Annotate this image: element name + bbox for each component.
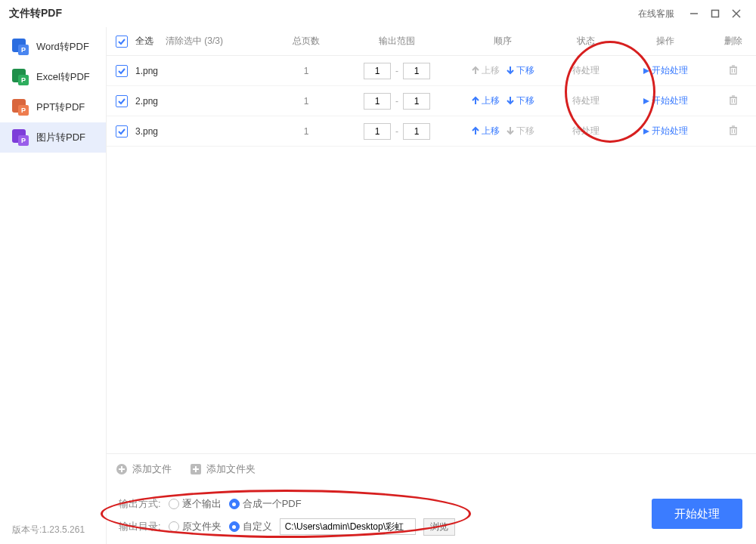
range-dash: - <box>395 126 398 137</box>
delete-row-button[interactable] <box>711 64 756 77</box>
add-toolbar: 添加文件 添加文件夹 <box>107 453 756 484</box>
move-up-button[interactable]: 上移 <box>471 125 500 138</box>
play-icon <box>643 128 650 135</box>
col-action: 操作 <box>620 35 711 48</box>
plus-square-icon <box>190 463 202 475</box>
svg-marker-6 <box>643 68 649 74</box>
sidebar-item-label: Excel转PDF <box>36 70 90 84</box>
order-group: 上移下移 <box>454 64 552 78</box>
col-range: 输出范围 <box>340 35 454 48</box>
range-to-input[interactable] <box>403 63 430 79</box>
delete-row-button[interactable] <box>711 125 756 138</box>
move-up-button[interactable]: 上移 <box>471 94 500 107</box>
file-list: 1.png1-上移下移待处理开始处理2.png1-上移下移待处理开始处理3.pn… <box>107 56 756 453</box>
online-support-link[interactable]: 在线客服 <box>638 8 674 20</box>
output-dir-label: 输出目录: <box>119 520 161 533</box>
clear-selected-button[interactable]: 清除选中 (3/3) <box>166 35 223 48</box>
svg-marker-22 <box>643 128 649 134</box>
output-mode-label: 输出方式: <box>119 497 161 511</box>
file-name: 1.png <box>135 66 272 76</box>
maximize-button[interactable] <box>705 3 726 24</box>
move-down-button: 下移 <box>506 125 534 138</box>
row-checkbox[interactable] <box>116 125 128 138</box>
select-all-checkbox[interactable] <box>116 36 128 48</box>
range-dash: - <box>395 66 398 76</box>
close-button[interactable] <box>726 3 747 24</box>
start-processing-button[interactable]: 开始处理 <box>652 499 742 529</box>
page-count: 1 <box>272 126 340 137</box>
col-delete: 删除 <box>711 35 756 48</box>
word-icon: P <box>12 39 29 55</box>
order-group: 上移下移 <box>454 94 552 108</box>
page-count: 1 <box>272 96 340 107</box>
range-dash: - <box>395 96 398 107</box>
radio-merge-output[interactable]: 合成一个PDF <box>229 497 302 511</box>
add-file-button[interactable]: 添加文件 <box>116 462 172 476</box>
start-item-button[interactable]: 开始处理 <box>620 94 711 107</box>
range-to-input[interactable] <box>403 93 430 110</box>
add-folder-button[interactable]: 添加文件夹 <box>190 462 256 476</box>
move-down-button[interactable]: 下移 <box>506 94 534 107</box>
row-status: 待处理 <box>552 94 620 107</box>
ppt-icon: P <box>12 99 29 116</box>
range-from-input[interactable] <box>364 93 391 110</box>
trash-icon <box>728 94 739 105</box>
play-icon <box>643 67 650 75</box>
start-item-button[interactable]: 开始处理 <box>620 64 711 77</box>
start-item-button[interactable]: 开始处理 <box>620 125 711 138</box>
play-icon <box>643 97 650 105</box>
output-path-input[interactable] <box>280 518 416 535</box>
sidebar-item-label: PPT转PDF <box>36 100 85 114</box>
svg-rect-15 <box>730 97 736 104</box>
table-row: 1.png1-上移下移待处理开始处理 <box>107 56 756 86</box>
select-all-label[interactable]: 全选 <box>135 35 153 48</box>
range-to-input[interactable] <box>403 123 430 140</box>
svg-marker-14 <box>643 98 649 104</box>
trash-icon <box>728 125 739 135</box>
sidebar-item-ppt[interactable]: P PPT转PDF <box>0 92 106 122</box>
row-checkbox[interactable] <box>116 95 128 107</box>
version-label: 版本号:1.23.5.261 <box>12 524 85 536</box>
delete-row-button[interactable] <box>711 94 756 107</box>
table-row: 3.png1-上移下移待处理开始处理 <box>107 116 756 147</box>
page-count: 1 <box>272 66 340 76</box>
sidebar-item-image[interactable]: P 图片转PDF <box>0 122 106 153</box>
plus-circle-icon <box>116 463 128 475</box>
sidebar-item-excel[interactable]: P Excel转PDF <box>0 62 106 92</box>
image-icon: P <box>12 129 29 146</box>
app-title: 文件转PDF <box>9 7 62 20</box>
sidebar-item-label: 图片转PDF <box>36 131 85 144</box>
move-down-button[interactable]: 下移 <box>506 64 534 77</box>
col-order: 顺序 <box>454 35 552 48</box>
minimize-button[interactable] <box>683 3 705 24</box>
svg-rect-23 <box>730 128 736 134</box>
table-header: 全选 清除选中 (3/3) 总页数 输出范围 顺序 状态 操作 删除 <box>107 27 756 56</box>
row-status: 待处理 <box>552 125 620 138</box>
svg-rect-7 <box>730 67 736 74</box>
settings-panel: 输出方式: 逐个输出 合成一个PDF 输出目录: 原文件夹 自定义 浏览 开始处… <box>107 484 756 544</box>
file-name: 3.png <box>135 126 272 137</box>
radio-custom-folder[interactable]: 自定义 <box>229 520 272 533</box>
add-file-label: 添加文件 <box>132 462 172 476</box>
sidebar-item-label: Word转PDF <box>36 40 89 54</box>
row-checkbox[interactable] <box>116 65 128 77</box>
browse-button[interactable]: 浏览 <box>423 518 455 536</box>
sidebar: P Word转PDF P Excel转PDF P PPT转PDF P 图片转PD… <box>0 27 106 544</box>
main-panel: 全选 清除选中 (3/3) 总页数 输出范围 顺序 状态 操作 删除 1.png… <box>106 27 756 544</box>
move-up-button: 上移 <box>471 64 500 77</box>
range-group: - <box>340 63 454 79</box>
col-pages: 总页数 <box>272 35 340 48</box>
sidebar-item-word[interactable]: P Word转PDF <box>0 32 106 62</box>
range-from-input[interactable] <box>364 123 391 140</box>
radio-source-folder[interactable]: 原文件夹 <box>169 520 222 533</box>
trash-icon <box>728 64 739 75</box>
add-folder-label: 添加文件夹 <box>206 462 256 476</box>
order-group: 上移下移 <box>454 125 552 138</box>
range-from-input[interactable] <box>364 63 391 79</box>
radio-each-output[interactable]: 逐个输出 <box>169 497 222 511</box>
excel-icon: P <box>12 69 29 85</box>
svg-rect-1 <box>712 11 719 17</box>
range-group: - <box>340 93 454 110</box>
col-status: 状态 <box>552 35 620 48</box>
range-group: - <box>340 123 454 140</box>
